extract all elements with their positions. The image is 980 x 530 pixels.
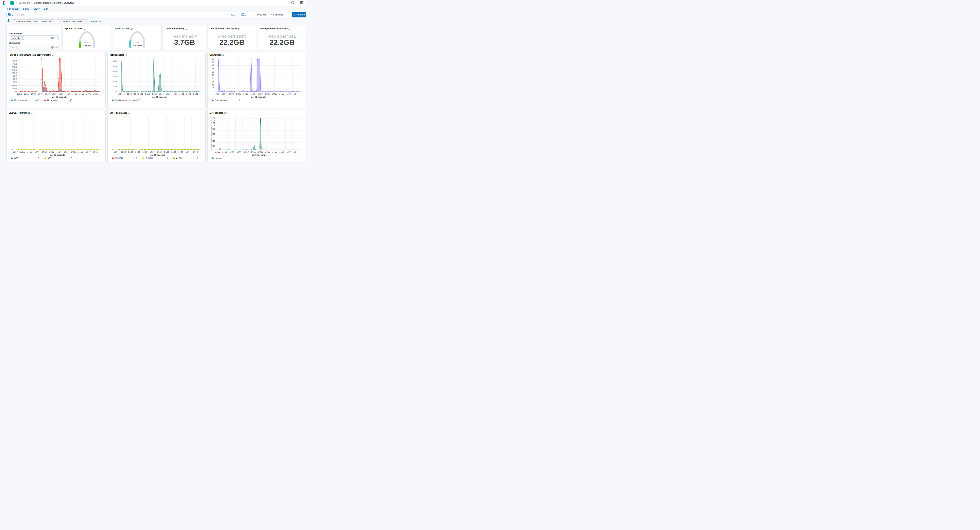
refresh-label: Refresh	[296, 13, 305, 16]
svg-text:14:10: 14:10	[45, 93, 49, 95]
svg-text:0.00: 0.00	[211, 136, 215, 139]
info-icon[interactable]: ⓘ	[83, 28, 85, 30]
listener-latency-chart[interactable]: 0.000.000.000.000.000.000.000.000.000.00…	[210, 114, 304, 157]
svg-text:14:25: 14:25	[265, 93, 270, 95]
add-filter-button[interactable]: + Add filter	[91, 20, 101, 22]
svg-text:14:15: 14:15	[152, 93, 157, 95]
svg-text:0.01: 0.01	[211, 125, 215, 127]
info-icon[interactable]: ⓘ	[131, 28, 133, 30]
legend-item[interactable]: Node ingress1.6B	[11, 99, 44, 102]
svg-text:0.00: 0.00	[211, 144, 215, 146]
network-traffic-chart[interactable]: 0B500B1,000B1.5KB2KB2.4KB2.9KB3.4KB3.9KB…	[9, 57, 103, 99]
svg-text:14:40: 14:40	[286, 151, 291, 153]
date-quick-select-button[interactable]	[240, 12, 248, 17]
kibana-logo-icon[interactable]	[2, 1, 6, 5]
clone-button[interactable]: Clone	[33, 8, 40, 10]
metric-value: 22.2GB	[270, 38, 295, 47]
total-requests-chart[interactable]: 05,00010,00015,00020,00025,00030,00013:5…	[110, 57, 204, 99]
edit-button[interactable]: Edit	[44, 8, 48, 10]
legend-item[interactable]: FLUSH0	[143, 157, 173, 159]
clear-selection-icon[interactable]: ×	[51, 46, 54, 49]
date-range-start[interactable]: ~ a day ago	[255, 14, 266, 16]
info-icon[interactable]: ⓘ	[128, 112, 130, 114]
svg-text:13:50: 13:50	[215, 93, 220, 95]
refresh-button[interactable]: ↻ Refresh	[292, 12, 306, 17]
info-icon[interactable]: ⓘ	[237, 28, 240, 30]
breadcrumb-dashboard[interactable]: Dashboard	[18, 2, 30, 4]
svg-text:per 60 seconds: per 60 seconds	[50, 154, 65, 156]
svg-text:14:30: 14:30	[272, 93, 277, 95]
filter-bar: prometheus.labels.cluster: cluster.local…	[7, 19, 306, 23]
svg-text:14:05: 14:05	[35, 151, 40, 153]
panel-title: Listener latency	[210, 112, 226, 114]
svg-text:per 60 seconds: per 60 seconds	[150, 154, 165, 156]
legend-label: TOUCH	[115, 157, 123, 159]
cluster-name-select[interactable]: cluster.local ×	[9, 35, 59, 40]
kibana-dashboard-app: D Dashboard / [Metricbeat Redis Enterpri…	[0, 0, 307, 162]
date-range-end[interactable]: ~ a day ago	[271, 14, 283, 16]
svg-text:per 60 seconds: per 60 seconds	[152, 96, 167, 98]
svg-text:13:55: 13:55	[121, 151, 126, 153]
svg-text:50: 50	[212, 58, 215, 60]
filter-options-icon[interactable]	[7, 19, 10, 23]
legend-item[interactable]: GET0	[11, 157, 44, 159]
close-icon[interactable]: ×	[14, 46, 15, 48]
legend-item[interactable]: TOUCH0	[112, 157, 143, 159]
svg-text:13:55: 13:55	[24, 93, 29, 95]
info-icon[interactable]: ⓘ	[223, 54, 225, 56]
full-screen-button[interactable]: Full screen	[7, 8, 19, 10]
filter-pill-cluster[interactable]: prometheus.labels.cluster: cluster.local…	[12, 19, 55, 23]
svg-text:14:15: 14:15	[251, 151, 256, 153]
legend-item[interactable]: Total requests (ops/sec)0	[112, 99, 145, 102]
chevron-down-icon	[55, 37, 57, 38]
newsfeed-button[interactable]	[299, 1, 305, 5]
legend-item[interactable]: Latency	[212, 157, 245, 159]
svg-text:14:00: 14:00	[128, 151, 133, 153]
date-range[interactable]: ~ a day ago → ~ a day ago	[248, 14, 290, 16]
saved-query-button[interactable]	[6, 12, 15, 17]
svg-text:40: 40	[212, 64, 215, 67]
node-token[interactable]: 1 ×	[10, 46, 17, 49]
filter-pill-node[interactable]: prometheus.labels.node: 1 ×	[57, 19, 89, 23]
gauge-value: 4.533%	[133, 44, 142, 47]
legend-item[interactable]: AUTH0	[173, 157, 204, 159]
panel-other-commands: Other commandsⓘ 013:5013:5514:0014:0514:…	[107, 110, 205, 162]
svg-text:13:50: 13:50	[118, 93, 123, 95]
svg-text:14:15: 14:15	[51, 93, 56, 95]
svg-text:14:45: 14:45	[193, 151, 198, 153]
svg-text:14:20: 14:20	[258, 93, 262, 95]
svg-text:14:00: 14:00	[229, 93, 234, 95]
get-set-commands-chart[interactable]: 013:5013:5514:0014:0514:1014:1514:2014:2…	[9, 114, 103, 157]
search-input[interactable]: Search KQL	[15, 12, 238, 17]
svg-text:0.00: 0.00	[211, 129, 215, 132]
system-cpu-gauge[interactable]: system 3.967%	[76, 30, 97, 49]
panel-title: User CPU time	[115, 27, 130, 30]
info-icon[interactable]: ⓘ	[288, 28, 290, 30]
user-cpu-gauge[interactable]: user 4.533%	[127, 30, 147, 49]
cluster-token[interactable]: cluster.local	[10, 36, 24, 40]
node-name-select[interactable]: 1 × ×	[9, 45, 59, 50]
help-button[interactable]	[290, 1, 296, 5]
info-icon[interactable]: ⓘ	[125, 54, 127, 56]
info-icon[interactable]: ⓘ	[52, 54, 54, 56]
other-commands-chart[interactable]: 013:5013:5514:0014:0514:1014:1514:2014:2…	[110, 114, 204, 157]
close-icon[interactable]: ×	[52, 20, 53, 22]
legend-item[interactable]: Connections0	[212, 99, 245, 102]
svg-text:30: 30	[212, 71, 215, 73]
info-icon[interactable]: ⓘ	[185, 28, 187, 30]
close-icon[interactable]: ×	[86, 20, 87, 22]
info-icon[interactable]: ⓘ	[226, 112, 228, 114]
connections-chart[interactable]: 0510152025303540455013:5013:5514:0014:05…	[210, 57, 304, 99]
share-button[interactable]: Share	[23, 8, 29, 10]
svg-text:14:40: 14:40	[186, 151, 191, 153]
svg-text:13:55: 13:55	[222, 151, 227, 153]
legend-item[interactable]: SET0	[44, 157, 77, 159]
info-icon[interactable]: ⓘ	[30, 112, 32, 114]
calendar-icon	[242, 13, 244, 16]
legend-item[interactable]: Node egress1.6B	[44, 99, 77, 102]
clear-selection-icon[interactable]: ×	[51, 36, 54, 39]
info-icon[interactable]: ⓘ	[9, 29, 11, 30]
divider	[296, 1, 296, 5]
legend-value: 0	[167, 157, 168, 159]
query-language-button[interactable]: KQL	[229, 12, 238, 17]
